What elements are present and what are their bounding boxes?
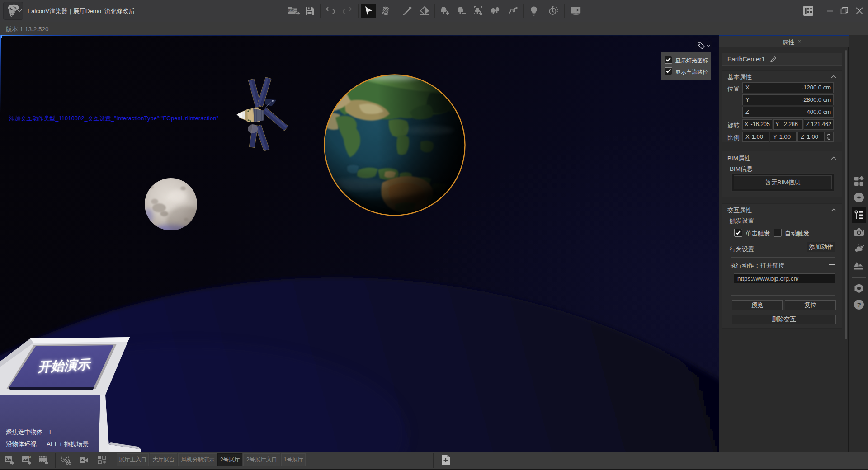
svg-text:EXE: EXE [289,9,293,12]
svg-text:开始演示: 开始演示 [37,357,93,374]
svg-text:?: ? [857,301,861,309]
svg-text:AI: AI [28,456,31,459]
